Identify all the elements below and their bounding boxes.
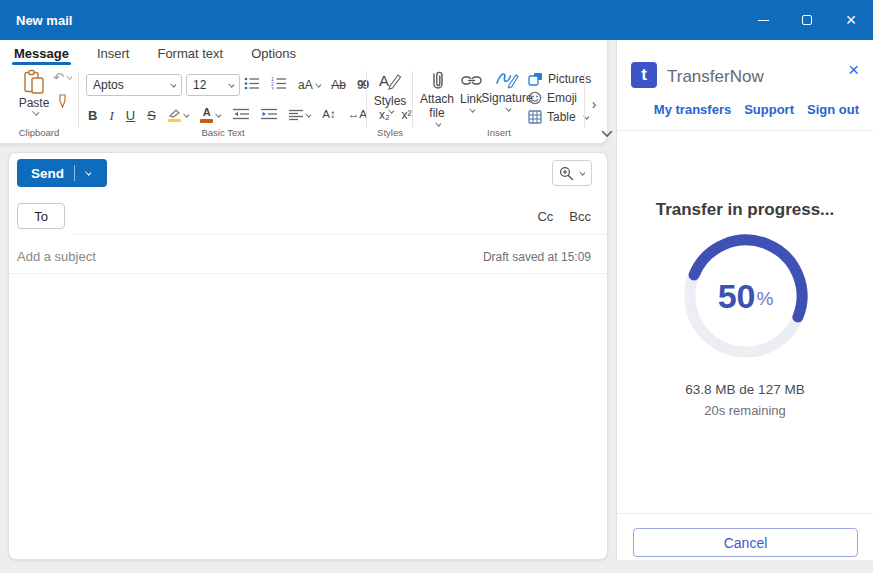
chevron-down-icon bbox=[183, 111, 189, 117]
emoji-icon bbox=[528, 91, 542, 105]
nav-link-my-transfers[interactable]: My transfers bbox=[654, 102, 731, 117]
tab-options[interactable]: Options bbox=[251, 40, 296, 66]
tab-format-text[interactable]: Format text bbox=[157, 40, 223, 66]
message-body[interactable] bbox=[9, 274, 607, 559]
bullet-list-icon bbox=[244, 77, 260, 90]
chevron-down-icon bbox=[601, 130, 613, 138]
highlight-button[interactable] bbox=[168, 108, 189, 123]
send-dropdown-icon[interactable] bbox=[85, 169, 91, 175]
minimize-icon bbox=[758, 20, 769, 21]
styles-icon: A bbox=[378, 70, 402, 92]
nav-link-sign-out[interactable]: Sign out bbox=[807, 102, 859, 117]
pictures-icon bbox=[528, 72, 543, 86]
chevron-down-icon bbox=[436, 120, 442, 126]
basic-text-group-label: Basic Text bbox=[80, 127, 366, 138]
chevron-down-icon bbox=[315, 81, 321, 87]
panel-nav: My transfers Support Sign out bbox=[654, 102, 859, 117]
app-name: TransferNow bbox=[667, 67, 764, 87]
italic-button[interactable]: I bbox=[109, 109, 113, 122]
close-icon: × bbox=[846, 10, 857, 31]
format-painter-button[interactable] bbox=[57, 94, 68, 112]
font-name-select[interactable]: Aptos bbox=[86, 74, 182, 96]
change-case-button[interactable]: aA bbox=[298, 79, 320, 91]
chevron-down-icon bbox=[305, 111, 311, 117]
window-title: New mail bbox=[16, 13, 72, 28]
numbered-list-icon: 123 bbox=[271, 77, 287, 90]
chevron-down-icon bbox=[580, 169, 586, 175]
svg-text:A: A bbox=[379, 72, 389, 89]
progress-percent: 50 % bbox=[617, 231, 873, 361]
signature-icon bbox=[495, 70, 519, 90]
format-painter-icon bbox=[57, 94, 68, 108]
ribbon-tabs: Message Insert Format text Options bbox=[0, 40, 296, 66]
tab-insert[interactable]: Insert bbox=[97, 40, 130, 66]
table-button[interactable]: Table bbox=[528, 110, 591, 124]
attach-file-button[interactable]: Attach file bbox=[416, 70, 458, 125]
subject-field[interactable]: Add a subject bbox=[17, 249, 96, 264]
maximize-icon bbox=[802, 15, 812, 25]
styles-button[interactable]: A Styles bbox=[368, 70, 412, 113]
increase-indent-icon bbox=[261, 108, 277, 120]
font-size-select[interactable]: 12 bbox=[186, 74, 240, 96]
signature-button[interactable]: Signature bbox=[488, 70, 526, 110]
draft-status: Draft saved at 15:09 bbox=[483, 250, 591, 264]
numbered-list-button[interactable]: 123 bbox=[271, 76, 287, 94]
line-spacing-button[interactable]: A↕ bbox=[322, 109, 335, 121]
clipboard-group-label: Clipboard bbox=[0, 127, 78, 138]
chevron-down-icon bbox=[66, 74, 72, 80]
decrease-indent-icon bbox=[233, 108, 249, 120]
text-direction-button[interactable]: ↔A bbox=[348, 109, 367, 121]
ribbon-overflow-button[interactable]: › bbox=[586, 92, 602, 116]
to-button[interactable]: To bbox=[17, 203, 65, 229]
paperclip-icon bbox=[429, 70, 446, 91]
align-button[interactable] bbox=[289, 109, 311, 121]
cc-button[interactable]: Cc bbox=[537, 209, 553, 224]
ribbon-collapse-button[interactable] bbox=[601, 124, 613, 142]
chevron-down-icon bbox=[170, 81, 176, 87]
time-remaining: 20s remaining bbox=[617, 403, 873, 418]
tab-message[interactable]: Message bbox=[14, 40, 69, 66]
align-icon bbox=[289, 109, 303, 121]
highlighter-icon bbox=[168, 108, 181, 123]
bullet-list-button[interactable] bbox=[244, 76, 260, 94]
chevron-down-icon bbox=[216, 111, 222, 117]
zoom-button[interactable] bbox=[552, 160, 592, 186]
styles-group-label: Styles bbox=[368, 127, 412, 138]
cancel-button[interactable]: Cancel bbox=[633, 528, 858, 557]
bold-button[interactable]: B bbox=[88, 109, 97, 122]
magnifier-icon bbox=[559, 166, 574, 181]
nav-link-support[interactable]: Support bbox=[744, 102, 794, 117]
font-color-icon: A bbox=[200, 107, 213, 123]
underline-button[interactable]: U bbox=[126, 109, 135, 122]
link-icon bbox=[461, 70, 482, 91]
maximize-button[interactable] bbox=[785, 0, 829, 40]
close-icon: × bbox=[848, 59, 859, 80]
chevron-down-icon bbox=[470, 106, 476, 112]
title-bar: New mail × bbox=[0, 0, 873, 40]
minimize-button[interactable] bbox=[741, 0, 785, 40]
chevron-down-icon bbox=[389, 107, 395, 113]
transfernow-logo-icon: t bbox=[631, 62, 657, 88]
emoji-button[interactable]: Emoji bbox=[528, 91, 591, 105]
transfernow-panel: t TransferNow × My transfers Support Sig… bbox=[616, 40, 873, 560]
send-button[interactable]: Send bbox=[17, 159, 107, 187]
increase-indent-button[interactable] bbox=[261, 106, 277, 124]
svg-text:3: 3 bbox=[271, 86, 274, 91]
transferred-size: 63.8 MB de 127 MB bbox=[617, 382, 873, 397]
panel-close-button[interactable]: × bbox=[848, 60, 859, 79]
transfer-heading: Transfer in progress... bbox=[617, 200, 873, 220]
chevron-down-icon bbox=[228, 81, 234, 87]
bcc-button[interactable]: Bcc bbox=[569, 209, 591, 224]
paste-button[interactable]: Paste bbox=[12, 69, 56, 115]
insert-group-label: Insert bbox=[416, 127, 582, 138]
undo-button[interactable]: ↶ bbox=[53, 70, 71, 85]
ribbon: Message Insert Format text Options Paste… bbox=[0, 40, 608, 144]
close-button[interactable]: × bbox=[829, 0, 873, 40]
compose-area: Send To Cc Bcc Add a subject Draft saved… bbox=[8, 152, 608, 560]
strikethrough-button[interactable]: S bbox=[147, 109, 156, 122]
pictures-button[interactable]: Pictures bbox=[528, 72, 591, 86]
chevron-down-icon bbox=[506, 105, 512, 111]
decrease-indent-button[interactable] bbox=[233, 106, 249, 124]
font-color-button[interactable]: A bbox=[200, 107, 221, 123]
clear-formatting-button[interactable]: Ab bbox=[331, 79, 346, 91]
